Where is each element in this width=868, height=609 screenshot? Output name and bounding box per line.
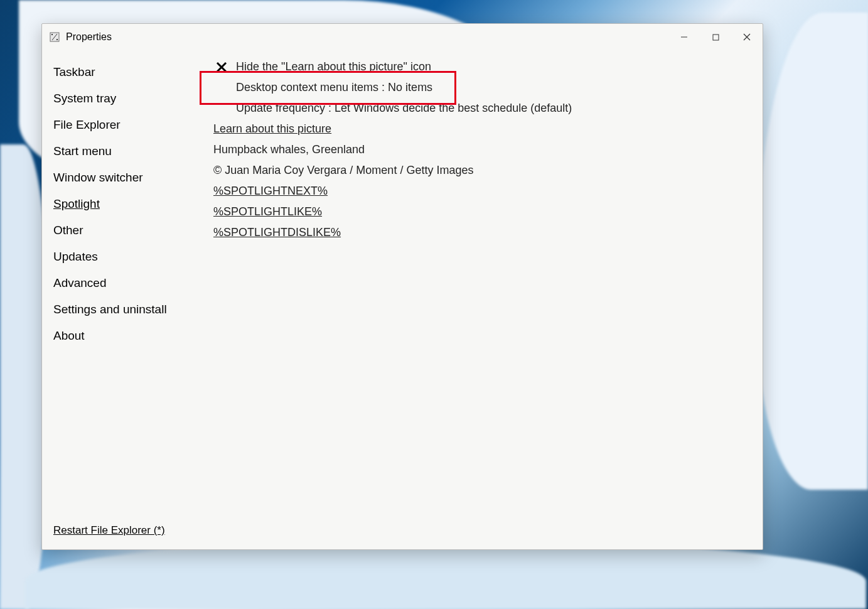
svg-rect-2 <box>51 34 53 35</box>
background-blob <box>25 540 866 609</box>
option-desktop-context-menu[interactable]: Desktop context menu items : No items <box>213 77 751 98</box>
svg-rect-3 <box>56 39 58 40</box>
sidebar-item-settings-uninstall[interactable]: Settings and uninstall <box>53 296 211 323</box>
x-mark-icon <box>213 62 230 73</box>
picture-caption: Humpback whales, Greenland <box>213 139 751 160</box>
sidebar-item-taskbar[interactable]: Taskbar <box>53 59 211 85</box>
restart-file-explorer-link[interactable]: Restart File Explorer (*) <box>53 524 165 537</box>
app-icon <box>50 32 60 42</box>
sidebar-item-advanced[interactable]: Advanced <box>53 270 211 296</box>
window-controls <box>668 24 763 50</box>
svg-rect-5 <box>713 35 719 40</box>
spotlight-like-link[interactable]: %SPOTLIGHTLIKE% <box>213 205 322 218</box>
content-panel: Hide the "Learn about this picture" icon… <box>211 50 763 549</box>
learn-about-picture-link[interactable]: Learn about this picture <box>213 122 331 135</box>
minimize-button[interactable] <box>668 24 700 50</box>
close-button[interactable] <box>731 24 763 50</box>
option-update-frequency[interactable]: Update frequency : Let Windows decide th… <box>213 98 751 119</box>
sidebar-item-system-tray[interactable]: System tray <box>53 85 211 112</box>
sidebar-item-updates[interactable]: Updates <box>53 244 211 270</box>
sidebar-item-other[interactable]: Other <box>53 217 211 244</box>
option-label: Hide the "Learn about this picture" icon <box>236 60 431 73</box>
sidebar-item-spotlight[interactable]: Spotlight <box>53 191 211 217</box>
maximize-button[interactable] <box>700 24 731 50</box>
sidebar-item-about[interactable]: About <box>53 323 211 349</box>
sidebar-item-file-explorer[interactable]: File Explorer <box>53 112 211 138</box>
sidebar-item-window-switcher[interactable]: Window switcher <box>53 164 211 191</box>
spotlight-dislike-link[interactable]: %SPOTLIGHTDISLIKE% <box>213 226 341 239</box>
spotlight-next-link[interactable]: %SPOTLIGHTNEXT% <box>213 185 328 197</box>
option-hide-learn-icon[interactable]: Hide the "Learn about this picture" icon <box>213 57 751 77</box>
sidebar: Taskbar System tray File Explorer Start … <box>42 50 211 549</box>
properties-window: Properties Taskbar System tray File Expl… <box>41 23 763 550</box>
desktop-background: Properties Taskbar System tray File Expl… <box>0 0 868 609</box>
picture-copyright: © Juan Maria Coy Vergara / Moment / Gett… <box>213 160 751 181</box>
sidebar-item-start-menu[interactable]: Start menu <box>53 138 211 164</box>
background-blob <box>755 13 868 490</box>
window-title: Properties <box>66 31 112 43</box>
titlebar[interactable]: Properties <box>42 24 763 50</box>
